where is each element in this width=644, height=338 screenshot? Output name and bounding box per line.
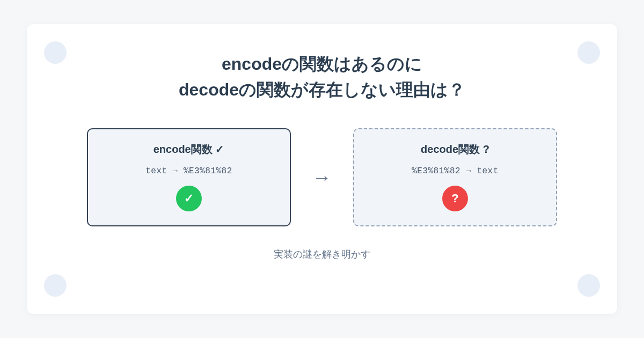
footer-caption: 実装の謎を解き明かす xyxy=(274,248,370,261)
comparison-row: encode関数 ✓ text → %E3%81%82 ✓ → decode関数… xyxy=(87,128,557,226)
arrow-icon: → xyxy=(312,168,332,187)
corner-dot-top-right xyxy=(577,41,600,64)
page-title: encodeの関数はあるのに decodeの関数が存在しない理由は？ xyxy=(179,51,465,102)
decode-box: decode関数 ? %E3%81%82 → text ? xyxy=(353,128,557,226)
decode-box-code: %E3%81%82 → text xyxy=(412,166,499,176)
question-icon: ? xyxy=(451,192,458,205)
corner-dot-bottom-right xyxy=(577,274,600,297)
corner-dot-bottom-left xyxy=(44,274,67,297)
encode-box: encode関数 ✓ text → %E3%81%82 ✓ xyxy=(87,128,291,226)
encode-box-title: encode関数 ✓ xyxy=(153,142,225,157)
title-line-1: encodeの関数はあるのに xyxy=(222,54,422,74)
question-badge: ? xyxy=(442,186,468,211)
main-card: encodeの関数はあるのに decodeの関数が存在しない理由は？ encod… xyxy=(27,24,617,314)
check-icon: ✓ xyxy=(184,192,194,205)
check-badge: ✓ xyxy=(176,186,202,211)
corner-dot-top-left xyxy=(44,41,67,64)
encode-box-code: text → %E3%81%82 xyxy=(145,166,232,176)
decode-box-title: decode関数 ? xyxy=(421,142,489,157)
title-line-2: decodeの関数が存在しない理由は？ xyxy=(179,80,465,99)
